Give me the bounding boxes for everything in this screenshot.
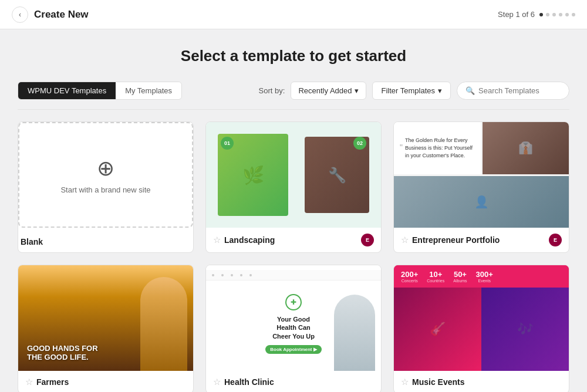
tab-group: WPMU DEV Templates My Templates: [18, 82, 182, 100]
music-card-info: ☆ Music Events: [394, 371, 569, 392]
tab-wpmu-dev[interactable]: WPMU DEV Templates: [18, 82, 116, 99]
ent-quote-text: " The Golden Rule for Every Business is …: [394, 122, 481, 174]
toolbar: WPMU DEV Templates My Templates Sort by:…: [18, 82, 569, 110]
filter-label: Filter Templates: [381, 86, 435, 95]
entrepreneur-preview: " The Golden Rule for Every Business is …: [394, 122, 569, 228]
music-title: Music Events: [412, 377, 562, 387]
ent-image-1: 👔: [483, 122, 569, 174]
sort-select[interactable]: Recently Added ▾: [291, 82, 366, 100]
landscaping-preview: 01 02 🌿 🔧: [206, 122, 381, 228]
step-indicator: Step 1 of 6: [498, 10, 575, 19]
entrepreneur-title: Entrepreneur Portfolio: [412, 235, 545, 245]
health-cta-button: Book Appointment ▶: [265, 345, 321, 354]
sort-label: Sort by:: [259, 86, 285, 95]
landscaping-title: Landscaping: [224, 235, 357, 245]
header-left: ‹ Create New: [12, 6, 89, 23]
health-person-silhouette: [334, 295, 375, 371]
step-dot-4: [559, 13, 562, 16]
filter-chevron-icon: ▾: [438, 86, 442, 95]
blank-subtitle: Start with a brand new site: [60, 185, 150, 194]
ls-badge-01: 01: [221, 137, 234, 150]
template-card-entrepreneur[interactable]: " The Golden Rule for Every Business is …: [393, 121, 569, 253]
step-dot-3: [552, 13, 556, 16]
template-grid: ⊕ Start with a brand new site Blank 01 0…: [18, 121, 569, 392]
health-headline: Your Good Health Can Cheer You Up: [272, 315, 315, 340]
farm-card-info: ☆ Farmers: [18, 371, 193, 392]
header: ‹ Create New Step 1 of 6: [0, 0, 587, 29]
template-card-music[interactable]: 200+ Concerts 10+ Countries 50+ Albums 3…: [393, 265, 569, 392]
music-stat-concerts: 200+ Concerts: [401, 270, 418, 283]
search-icon: 🔍: [465, 86, 475, 95]
music-image-1: 🎸: [394, 288, 481, 371]
sort-chevron-icon: ▾: [355, 86, 359, 95]
ls-badge-02: 02: [353, 137, 366, 150]
step-dots: [539, 13, 575, 16]
farm-preview: GOOD HANDS FOR THE GOOD LIFE.: [18, 265, 193, 371]
health-preview: ✚ Your Good Health Can Cheer You Up Book…: [206, 265, 381, 371]
step-dot-5: [565, 13, 569, 16]
health-logo-icon: ✚: [285, 294, 302, 310]
farm-person-silhouette: [140, 277, 187, 371]
blank-preview: ⊕ Start with a brand new site: [18, 122, 193, 228]
entrepreneur-star-icon[interactable]: ☆: [401, 235, 409, 245]
music-stat-countries: 10+ Countries: [427, 270, 444, 283]
farm-title: Farmers: [36, 377, 186, 387]
music-star-icon[interactable]: ☆: [401, 377, 409, 387]
step-dot-1: [539, 13, 543, 16]
music-preview: 200+ Concerts 10+ Countries 50+ Albums 3…: [394, 265, 569, 371]
health-title: Health Clinic: [224, 377, 374, 387]
header-title: Create New: [34, 9, 89, 21]
sort-value: Recently Added: [298, 86, 352, 95]
ent-image-2: 👤: [394, 176, 569, 228]
blank-title: Blank: [21, 232, 191, 248]
music-stats-header: 200+ Concerts 10+ Countries 50+ Albums 3…: [394, 265, 569, 288]
farm-star-icon[interactable]: ☆: [25, 377, 33, 387]
health-nav-bar: [206, 270, 381, 281]
tab-my-templates[interactable]: My Templates: [116, 82, 181, 99]
back-button[interactable]: ‹: [12, 6, 28, 23]
farm-text: GOOD HANDS FOR THE GOOD LIFE.: [27, 344, 98, 362]
elementor-badge-landscaping: E: [361, 234, 374, 246]
template-card-farm[interactable]: GOOD HANDS FOR THE GOOD LIFE. ☆ Farmers: [18, 265, 194, 392]
health-star-icon[interactable]: ☆: [213, 377, 221, 387]
music-image-2: 🎶: [481, 288, 569, 371]
blank-card-info: Blank: [18, 228, 193, 252]
main-content: Select a template to get started WPMU DE…: [6, 29, 581, 392]
filter-button[interactable]: Filter Templates ▾: [372, 82, 451, 100]
landscaping-card-info: ☆ Landscaping E: [206, 228, 381, 252]
landscaping-star-icon[interactable]: ☆: [213, 235, 221, 245]
step-dot-6: [572, 13, 575, 16]
search-input[interactable]: [478, 86, 561, 95]
template-card-health[interactable]: ✚ Your Good Health Can Cheer You Up Book…: [205, 265, 382, 392]
back-icon: ‹: [19, 11, 21, 19]
elementor-badge-entrepreneur: E: [549, 234, 562, 246]
health-card-info: ☆ Health Clinic: [206, 371, 381, 392]
wp-logo-icon: ⊕: [97, 156, 114, 181]
music-stat-albums: 50+ Albums: [453, 270, 467, 283]
step-dot-2: [546, 13, 549, 16]
template-card-landscaping[interactable]: 01 02 🌿 🔧 ☆ Landscaping E: [205, 121, 382, 253]
template-card-blank[interactable]: ⊕ Start with a brand new site Blank: [18, 121, 194, 253]
search-box[interactable]: 🔍: [457, 82, 569, 100]
page-heading: Select a template to get started: [18, 47, 569, 65]
music-stat-events: 300+ Events: [476, 270, 493, 283]
entrepreneur-card-info: ☆ Entrepreneur Portfolio E: [394, 228, 569, 252]
step-text: Step 1 of 6: [498, 10, 535, 19]
